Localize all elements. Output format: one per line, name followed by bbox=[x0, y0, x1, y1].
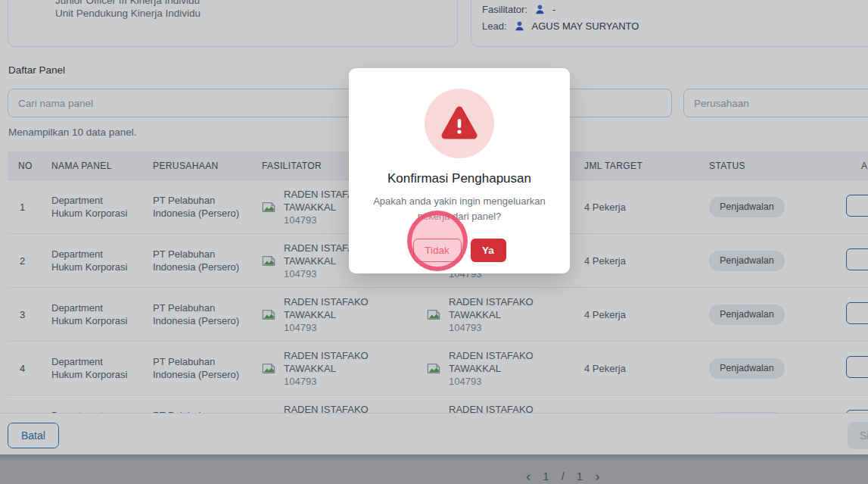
ya-button[interactable]: Ya bbox=[471, 239, 506, 262]
warning-triangle-icon bbox=[440, 105, 479, 142]
warning-icon-circle bbox=[425, 89, 494, 158]
modal-message: Apakah anda yakin ingin mengeluarkan pek… bbox=[366, 194, 552, 224]
page: Junior Officer III Kinerja Individu Unit… bbox=[0, 0, 868, 484]
tidak-button[interactable]: Tidak bbox=[413, 239, 462, 262]
confirmation-modal: Konfirmasi Penghapusan Apakah anda yakin… bbox=[349, 68, 570, 273]
modal-actions: Tidak Ya bbox=[349, 239, 570, 262]
modal-title: Konfirmasi Penghapusan bbox=[349, 171, 570, 186]
